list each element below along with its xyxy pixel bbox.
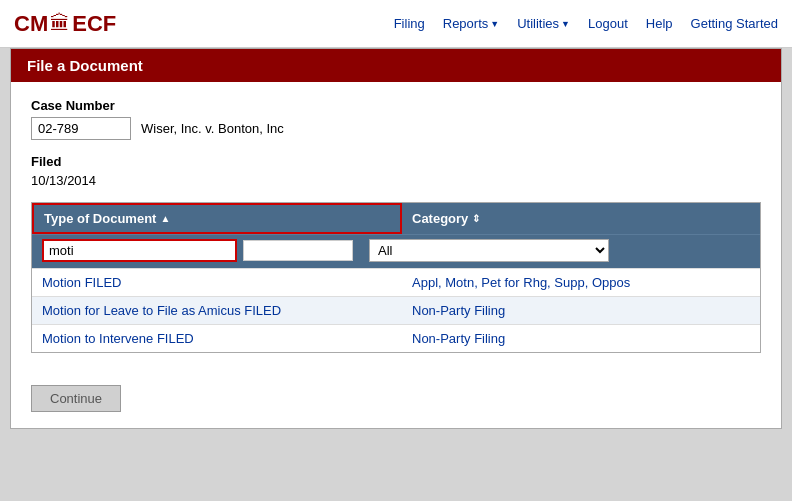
- case-number-input[interactable]: [31, 117, 131, 140]
- col-type-label: Type of Document: [44, 211, 156, 226]
- case-number-row: Wiser, Inc. v. Bonton, Inc: [31, 117, 761, 140]
- logo-icon: 🏛: [50, 12, 70, 35]
- case-number-label: Case Number: [31, 98, 761, 113]
- filter-type-input[interactable]: [42, 239, 237, 262]
- row-type-2[interactable]: Motion for Leave to File as Amicus FILED: [32, 297, 402, 324]
- nav-getting-started[interactable]: Getting Started: [691, 16, 778, 31]
- nav-reports-label: Reports: [443, 16, 489, 31]
- page-title: File a Document: [27, 57, 143, 74]
- table-header-row: Type of Document ▲ Category ⇕: [32, 203, 760, 234]
- row-type-3[interactable]: Motion to Intervene FILED: [32, 325, 402, 352]
- top-navigation: CM 🏛 ECF Filing Reports ▼ Utilities ▼ Lo…: [0, 0, 792, 48]
- filed-label: Filed: [31, 154, 761, 169]
- logo-cm: CM: [14, 11, 48, 37]
- filter-type-input2[interactable]: [243, 240, 353, 261]
- content-box: File a Document Case Number Wiser, Inc. …: [10, 48, 782, 429]
- nav-logout[interactable]: Logout: [588, 16, 628, 31]
- filter-row: All: [32, 234, 760, 268]
- main-outer: File a Document Case Number Wiser, Inc. …: [0, 48, 792, 501]
- nav-links: Filing Reports ▼ Utilities ▼ Logout Help…: [394, 16, 778, 31]
- filed-date: 10/13/2014: [31, 173, 761, 188]
- nav-reports[interactable]: Reports ▼: [443, 16, 499, 31]
- category-select[interactable]: All: [369, 239, 609, 262]
- row-type-1[interactable]: Motion FILED: [32, 269, 402, 296]
- utilities-dropdown-arrow: ▼: [561, 19, 570, 29]
- table-row: Motion to Intervene FILED Non-Party Fili…: [32, 324, 760, 352]
- case-title: Wiser, Inc. v. Bonton, Inc: [141, 121, 284, 136]
- continue-btn-area: Continue: [11, 369, 781, 428]
- table-row: Motion FILED Appl, Motn, Pet for Rhg, Su…: [32, 268, 760, 296]
- document-table: Type of Document ▲ Category ⇕ All: [31, 202, 761, 353]
- continue-button[interactable]: Continue: [31, 385, 121, 412]
- logo-area: CM 🏛 ECF: [14, 11, 394, 37]
- logo-ecf: ECF: [72, 11, 116, 37]
- table-row: Motion for Leave to File as Amicus FILED…: [32, 296, 760, 324]
- col-category-sort-icon: ⇕: [472, 213, 480, 224]
- filed-section: Filed 10/13/2014: [31, 154, 761, 188]
- nav-filing[interactable]: Filing: [394, 16, 425, 31]
- nav-help[interactable]: Help: [646, 16, 673, 31]
- category-filter-area: All: [359, 239, 750, 262]
- nav-utilities-label: Utilities: [517, 16, 559, 31]
- form-content: Case Number Wiser, Inc. v. Bonton, Inc F…: [11, 82, 781, 369]
- col-type-sort-icon: ▲: [160, 213, 170, 224]
- col-category-label: Category: [412, 211, 468, 226]
- row-category-3: Non-Party Filing: [402, 325, 760, 352]
- row-category-2: Non-Party Filing: [402, 297, 760, 324]
- row-category-1: Appl, Motn, Pet for Rhg, Supp, Oppos: [402, 269, 760, 296]
- page-header: File a Document: [11, 49, 781, 82]
- nav-utilities[interactable]: Utilities ▼: [517, 16, 570, 31]
- reports-dropdown-arrow: ▼: [490, 19, 499, 29]
- col-type-header[interactable]: Type of Document ▲: [32, 203, 402, 234]
- col-category-header[interactable]: Category ⇕: [402, 203, 760, 234]
